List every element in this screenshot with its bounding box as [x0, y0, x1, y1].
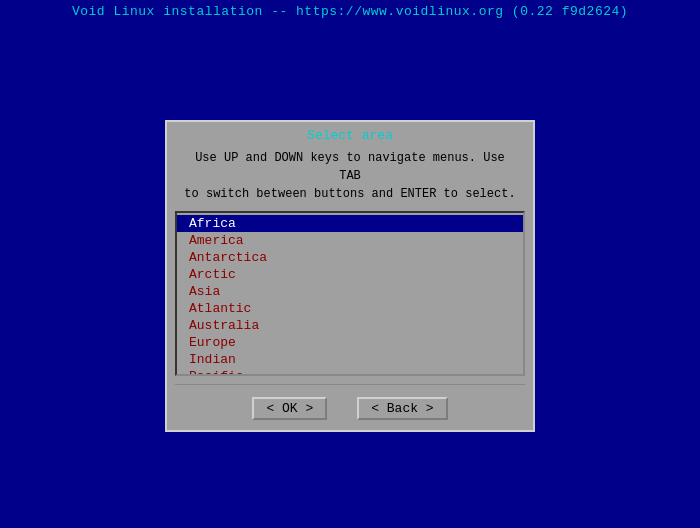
list-item[interactable]: Pacific — [177, 368, 523, 376]
list-item[interactable]: Australia — [177, 317, 523, 334]
list-item[interactable]: America — [177, 232, 523, 249]
separator — [175, 384, 525, 385]
back-button[interactable]: < Back > — [357, 397, 447, 420]
list-item[interactable]: Europe — [177, 334, 523, 351]
dialog: Select area Use UP and DOWN keys to navi… — [165, 120, 535, 432]
area-list[interactable]: AfricaAmericaAntarcticaArcticAsiaAtlanti… — [175, 211, 525, 376]
title-bar: Void Linux installation -- https://www.v… — [0, 0, 700, 23]
button-row: < OK > < Back > — [167, 389, 533, 430]
instructions-line1: Use UP and DOWN keys to navigate menus. … — [195, 151, 505, 183]
ok-button[interactable]: < OK > — [252, 397, 327, 420]
list-item[interactable]: Atlantic — [177, 300, 523, 317]
list-item[interactable]: Africa — [177, 215, 523, 232]
instructions-line2: to switch between buttons and ENTER to s… — [184, 187, 515, 201]
dialog-instructions: Use UP and DOWN keys to navigate menus. … — [167, 145, 533, 211]
list-item[interactable]: Antarctica — [177, 249, 523, 266]
title-text: Void Linux installation -- https://www.v… — [72, 4, 628, 19]
list-item[interactable]: Indian — [177, 351, 523, 368]
list-item[interactable]: Arctic — [177, 266, 523, 283]
dialog-title: Select area — [167, 122, 533, 145]
list-item[interactable]: Asia — [177, 283, 523, 300]
